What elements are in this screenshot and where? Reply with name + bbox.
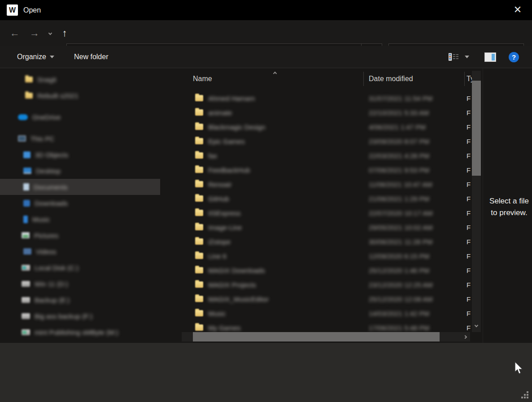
- sidebar-item-3d-objects[interactable]: 3D Objects: [0, 147, 160, 163]
- file-type: F: [467, 109, 471, 117]
- new-folder-button[interactable]: New folder: [74, 46, 108, 68]
- file-row[interactable]: GitHub21/06/2021 1:29 PMF: [182, 191, 469, 206]
- file-date-modified: 23/09/2020 8:07 PM: [369, 138, 429, 145]
- sidebar-item-label: Snagit: [37, 76, 57, 83]
- list-vertical-scrollbar-thumb[interactable]: [472, 81, 481, 176]
- window-title: Open: [23, 6, 41, 14]
- resize-grip-icon[interactable]: [521, 391, 529, 399]
- list-scroll-right-icon[interactable]: [460, 332, 470, 341]
- column-header-name[interactable]: Name: [193, 75, 212, 83]
- sidebar-item-mint-publishing-smbyte-m-[interactable]: mint Publishing sMByte (M:): [0, 324, 160, 340]
- list-horizontal-scrollbar-thumb[interactable]: [193, 332, 440, 341]
- down-icon: [23, 200, 30, 207]
- sidebar-item-pictures[interactable]: Pictures: [0, 227, 160, 243]
- file-type: F: [467, 324, 471, 332]
- disk-icon: [22, 313, 30, 319]
- mouse-cursor-icon: [514, 361, 525, 376]
- folder-icon: [195, 167, 203, 173]
- sidebar-item-rebuilt-s2021[interactable]: Rebuilt s2021: [0, 87, 160, 104]
- file-type: F: [467, 310, 471, 317]
- forward-button[interactable]: →: [28, 20, 41, 46]
- folder-icon: [195, 310, 203, 316]
- views-button[interactable]: [449, 46, 469, 68]
- sidebar-item-backup-e-[interactable]: Backup (E:): [0, 292, 160, 308]
- folder-icon: [195, 281, 203, 288]
- file-name: Ahmed Hamam: [208, 95, 255, 102]
- box-icon: [23, 151, 31, 158]
- file-date-modified: 22/07/2020 10:17 AM: [369, 209, 433, 217]
- file-name: fax: [208, 152, 217, 160]
- file-row[interactable]: Music14/03/2021 1:42 PMF: [182, 306, 469, 320]
- sidebar-item-downloads[interactable]: Downloads: [0, 195, 160, 211]
- sidebar-item-desktop[interactable]: Desktop: [0, 163, 160, 179]
- file-name: Image-Line: [208, 224, 242, 231]
- file-row[interactable]: MAGIX Downloads25/12/2020 1:46 PMF: [182, 263, 469, 277]
- pc-icon: [18, 135, 26, 142]
- cloud-icon: [18, 114, 28, 120]
- file-type: F: [467, 281, 471, 289]
- folder-icon: [195, 138, 203, 144]
- sidebar-item-win-11-d-[interactable]: Win 11 (D:): [0, 276, 160, 292]
- column-divider[interactable]: [363, 72, 364, 86]
- file-date-modified: 14/03/2021 1:42 PM: [369, 310, 429, 317]
- organize-button[interactable]: Organize: [17, 46, 54, 68]
- disk-icon: [22, 281, 30, 287]
- folder-icon: [25, 93, 33, 99]
- up-button[interactable]: ↑: [58, 20, 71, 46]
- file-name: Blackmagic Design: [208, 123, 266, 131]
- folder-icon: [25, 77, 33, 82]
- file-name: iZotope: [208, 238, 231, 246]
- preview-pane-button[interactable]: [484, 46, 496, 68]
- recent-locations-chevron-icon[interactable]: [45, 20, 56, 46]
- file-row[interactable]: animate22/10/2021 5:33 AMF: [182, 105, 469, 120]
- close-button[interactable]: ✕: [510, 3, 526, 17]
- help-button[interactable]: ?: [509, 46, 519, 68]
- folder-icon: [195, 224, 203, 230]
- file-row[interactable]: Line 612/09/2020 6:15 PMF: [182, 249, 469, 263]
- sidebar-item-big-ass-backup-f-[interactable]: Big ass backup (F:): [0, 308, 160, 324]
- column-headers: Name Date modified Ty: [182, 71, 483, 87]
- sidebar-item-videos[interactable]: Videos: [0, 243, 160, 259]
- file-name: animate: [208, 109, 232, 117]
- back-button[interactable]: ←: [8, 20, 22, 46]
- disk-green-icon: [22, 329, 30, 335]
- sidebar-item-snagit[interactable]: Snagit: [0, 71, 160, 87]
- sidebar-item-label: mint Publishing sMByte (M:): [35, 329, 118, 336]
- file-date-modified: 21/06/2021 1:29 PM: [369, 195, 429, 203]
- disk-icon: [22, 297, 30, 303]
- file-date-modified: 25/12/2020 1:46 PM: [369, 267, 429, 274]
- file-type: F: [467, 295, 471, 303]
- column-header-date-modified[interactable]: Date modified: [369, 75, 413, 83]
- file-row[interactable]: Ahmed Hamam31/07/2021 11:54 PMF: [182, 91, 469, 105]
- file-row[interactable]: Epic Games23/09/2020 8:07 PMF: [182, 134, 469, 148]
- dialog-content: SnagitRebuilt s2021OneDriveThis PC3D Obj…: [0, 69, 532, 343]
- file-row[interactable]: MAGIX_MusicEditor25/12/2020 12:08 AMF: [182, 292, 469, 306]
- word-app-icon: W: [7, 4, 18, 16]
- file-row[interactable]: FeedbackHub07/06/2021 9:53 PMF: [182, 163, 469, 177]
- dialog-footer: File name: Images (*.png;*.jpg) Images (…: [0, 343, 532, 402]
- file-row[interactable]: Blackmagic Design4/06/2021 1:47 PMF: [182, 120, 469, 134]
- file-row[interactable]: fax22/03/2021 4:28 PMF: [182, 148, 469, 163]
- column-divider[interactable]: [464, 72, 465, 86]
- details-view-icon: [449, 52, 458, 62]
- file-row[interactable]: Renoair11/06/2021 10:47 AMF: [182, 177, 469, 191]
- sidebar-item-onedrive[interactable]: OneDrive: [0, 109, 160, 125]
- file-name: MAGIX Downloads: [208, 267, 265, 274]
- file-name: Epic Games: [208, 138, 245, 145]
- file-date-modified: 12/09/2020 6:15 PM: [369, 252, 429, 260]
- sidebar-item-local-disk-c-[interactable]: Local Disk (C:): [0, 259, 160, 276]
- list-scroll-down-icon[interactable]: [472, 322, 481, 329]
- sidebar-item-music[interactable]: Music: [0, 211, 160, 227]
- folder-icon: [195, 181, 203, 187]
- sidebar-item-documents[interactable]: Documents: [0, 179, 160, 195]
- file-row[interactable]: IISExpress22/07/2020 10:17 AMF: [182, 206, 469, 220]
- title-bar: W Open ✕: [0, 0, 532, 20]
- sidebar-item-this-pc[interactable]: This PC: [0, 130, 160, 147]
- file-row[interactable]: iZotope30/06/2021 11:28 PMF: [182, 234, 469, 249]
- file-row[interactable]: Image-Line29/05/2021 10:02 AMF: [182, 220, 469, 234]
- file-row[interactable]: MAGIX Projects23/12/2020 12:25 AMF: [182, 277, 469, 292]
- folder-icon: [195, 124, 203, 130]
- file-date-modified: 4/06/2021 1:47 PM: [369, 123, 426, 131]
- sidebar-item-label: 3D Objects: [35, 151, 68, 159]
- sidebar-item-label: Big ass backup (F:): [35, 312, 92, 320]
